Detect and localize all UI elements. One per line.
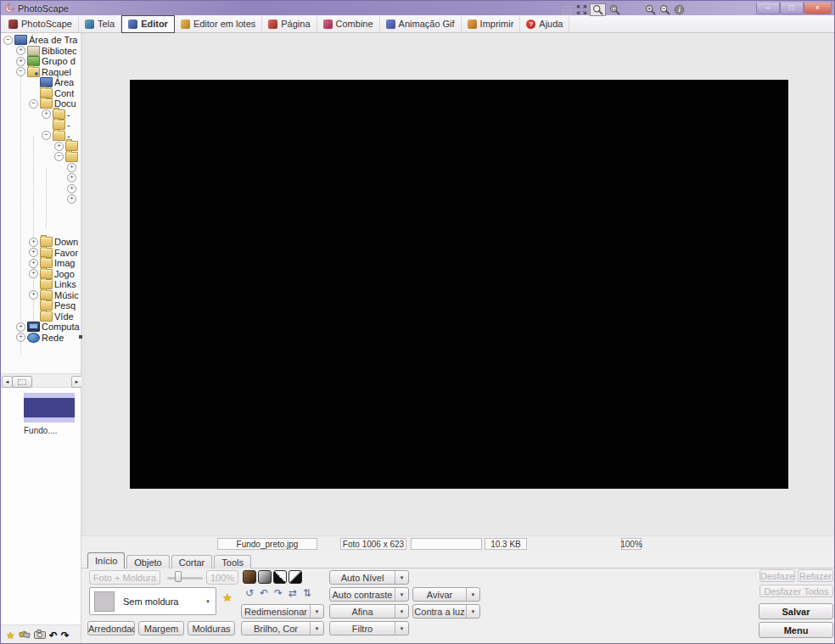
- tree-item[interactable]: +: [1, 162, 81, 173]
- rotate-left-icon[interactable]: ↶: [257, 587, 271, 600]
- tools-icon[interactable]: [19, 630, 31, 641]
- tab-ajuda[interactable]: ?Ajuda: [520, 16, 569, 32]
- tree-expander-icon[interactable]: +: [67, 173, 76, 182]
- tab-photoscape[interactable]: PhotoScape: [3, 16, 79, 32]
- tab-tela[interactable]: Tela: [79, 16, 121, 32]
- menu-button[interactable]: Menu: [759, 622, 833, 638]
- thin-dropdown-arrow[interactable]: ▼: [395, 605, 408, 618]
- frames-button[interactable]: Molduras: [188, 621, 235, 636]
- fit-to-window-icon[interactable]: [575, 4, 587, 15]
- tab-combine[interactable]: Combine: [317, 16, 380, 32]
- thin-button[interactable]: Afina▼: [329, 604, 409, 619]
- filter-button[interactable]: Filtro▼: [329, 621, 409, 636]
- rounded-corners-button[interactable]: Arredondado: [87, 621, 135, 636]
- bw-threshold-icon[interactable]: [273, 570, 287, 584]
- tree-expander-icon[interactable]: −: [42, 131, 51, 140]
- resize-dropdown-arrow[interactable]: ▼: [310, 605, 323, 618]
- titlebar[interactable]: PhotoScape – □ ×: [1, 1, 835, 15]
- rotate-right-icon[interactable]: ↷: [272, 587, 285, 600]
- tree-item[interactable]: −: [1, 152, 81, 163]
- tree-expander-icon[interactable]: +: [16, 322, 25, 332]
- photo-image[interactable]: [130, 80, 788, 489]
- tab-editor-em-lotes[interactable]: Editor em lotes: [175, 16, 262, 32]
- photo-frame-button[interactable]: Foto + Moldura: [89, 570, 160, 585]
- backlight-dropdown-arrow[interactable]: ▼: [466, 605, 479, 618]
- tree-expander-icon[interactable]: +: [16, 57, 25, 66]
- maximize-button[interactable]: □: [780, 3, 804, 14]
- tree-item[interactable]: +: [1, 173, 81, 184]
- zoom-tool-icon[interactable]: [590, 3, 606, 16]
- brightness-color-button[interactable]: Brilho, Cor▼: [241, 621, 324, 636]
- tree-expander-icon[interactable]: +: [67, 184, 76, 193]
- flip-horizontal-icon[interactable]: ⇄: [286, 587, 300, 600]
- tab-pagina[interactable]: Página: [262, 16, 317, 32]
- zoom-window-icon[interactable]: [608, 4, 620, 15]
- tree-expander-icon[interactable]: −: [29, 99, 38, 109]
- sharpen-dropdown-arrow[interactable]: ▼: [466, 588, 479, 601]
- save-button[interactable]: Salvar: [759, 603, 833, 619]
- camera-icon[interactable]: [34, 630, 46, 641]
- tree-item[interactable]: − Área de Tra: [1, 35, 81, 46]
- folder-tree-panel[interactable]: − Área de Tra + Bibliotec + Grupo d − Ra…: [1, 33, 81, 374]
- filter-dropdown-arrow[interactable]: ▼: [395, 622, 408, 635]
- tree-item[interactable]: +: [1, 183, 81, 194]
- tree-item[interactable]: − Docu: [1, 98, 81, 109]
- tree-item[interactable]: + Bibliotec: [1, 46, 81, 57]
- info-icon[interactable]: i: [673, 4, 685, 15]
- close-button[interactable]: ×: [804, 3, 832, 14]
- tree-expander-icon[interactable]: +: [29, 259, 38, 268]
- tree-expander-icon[interactable]: +: [29, 269, 38, 278]
- redo-button[interactable]: Refazer: [798, 569, 833, 582]
- tree-expander-icon[interactable]: −: [16, 67, 25, 76]
- minimize-button[interactable]: –: [756, 3, 780, 14]
- frame-opacity-slider[interactable]: [167, 577, 203, 580]
- tree-item[interactable]: − Raquel: [1, 67, 81, 78]
- bw-curve-icon[interactable]: [289, 570, 302, 584]
- tree-expander-icon[interactable]: −: [54, 152, 64, 161]
- auto-level-dropdown-arrow[interactable]: ▼: [395, 571, 408, 584]
- tree-item[interactable]: +: [1, 194, 81, 205]
- tree-expander-icon[interactable]: +: [54, 142, 64, 151]
- tree-expander-icon[interactable]: +: [29, 248, 38, 257]
- tree-expander-icon[interactable]: +: [29, 290, 38, 300]
- tree-expander-icon[interactable]: +: [16, 333, 25, 342]
- tab-imprimir[interactable]: Imprimir: [462, 16, 521, 32]
- tree-item[interactable]: -: [1, 120, 81, 131]
- pager-thumb[interactable]: [12, 376, 32, 388]
- tree-item[interactable]: + -: [1, 109, 81, 120]
- tab-cortar[interactable]: Cortar: [171, 555, 213, 568]
- tab-editor[interactable]: Editor: [121, 15, 175, 33]
- zoom-out-icon[interactable]: [658, 4, 670, 15]
- tree-expander-icon[interactable]: +: [67, 194, 76, 204]
- tree-item[interactable]: Víde: [1, 311, 81, 322]
- back-icon[interactable]: ↶: [49, 630, 58, 641]
- margin-button[interactable]: Margem: [138, 621, 184, 636]
- sepia-icon[interactable]: [243, 570, 256, 584]
- frame-favorite-star-icon[interactable]: ★: [222, 591, 233, 604]
- tree-expander-icon[interactable]: −: [3, 36, 13, 45]
- splitter-handle[interactable]: [79, 335, 82, 339]
- slider-handle[interactable]: [175, 571, 182, 582]
- tab-objeto[interactable]: Objeto: [126, 555, 169, 568]
- resize-button[interactable]: Redimensionar▼: [241, 604, 324, 619]
- favorites-star-icon[interactable]: ★: [6, 630, 15, 641]
- tree-expander-icon[interactable]: +: [29, 238, 38, 247]
- flip-vertical-icon[interactable]: ⇅: [300, 587, 314, 600]
- tab-inicio[interactable]: Início: [87, 552, 125, 568]
- rotate-ccw-icon[interactable]: ↺: [243, 587, 256, 600]
- zoom-in-icon[interactable]: [644, 4, 656, 15]
- frame-select-dropdown[interactable]: Sem moldura ▼: [89, 587, 216, 615]
- tree-expander-icon[interactable]: +: [67, 163, 76, 172]
- tab-animacao-gif[interactable]: Animação Gif: [380, 16, 462, 32]
- tree-expander-icon[interactable]: +: [16, 46, 25, 55]
- photo-thumbnail[interactable]: [24, 393, 75, 423]
- auto-level-button[interactable]: Auto Nível▼: [329, 570, 409, 585]
- tree-item[interactable]: + Computa: [1, 322, 81, 333]
- brightness-dropdown-arrow[interactable]: ▼: [310, 622, 323, 635]
- sharpen-button[interactable]: Avivar▼: [412, 587, 480, 602]
- selection-dots-icon[interactable]: [561, 4, 573, 15]
- backlight-button[interactable]: Contra a luz▼: [412, 604, 480, 619]
- auto-contrast-dropdown-arrow[interactable]: ▼: [395, 588, 408, 601]
- grayscale-icon[interactable]: [258, 570, 272, 584]
- forward-icon[interactable]: ↷: [61, 630, 70, 641]
